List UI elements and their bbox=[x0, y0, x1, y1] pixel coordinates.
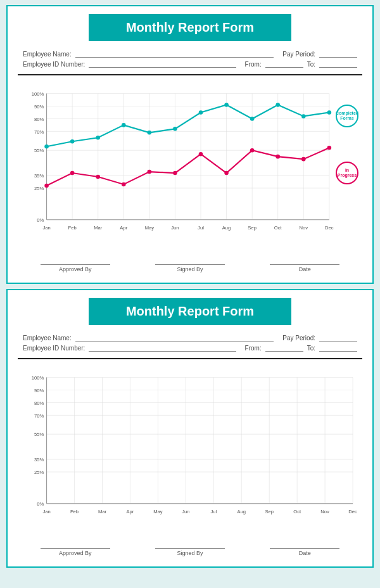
form-row-id: Employee ID Number: From: To: bbox=[23, 60, 357, 68]
svg-point-56 bbox=[96, 175, 100, 179]
section-divider bbox=[18, 358, 362, 359]
employee-name-field[interactable] bbox=[75, 50, 274, 58]
report-title: Monthly Report Form bbox=[89, 14, 291, 41]
svg-text:Aug: Aug bbox=[237, 509, 246, 514]
svg-point-64 bbox=[301, 157, 306, 162]
chart-container: 100%90%80%70%55%35%25%0% JanFebMarAprMay… bbox=[20, 364, 360, 529]
svg-text:May: May bbox=[145, 225, 155, 231]
signature-label-0: Approved By bbox=[59, 550, 92, 556]
svg-point-44 bbox=[96, 136, 100, 140]
svg-text:Oct: Oct bbox=[274, 225, 282, 231]
signature-item-0: Approved By bbox=[41, 264, 110, 272]
svg-point-50 bbox=[250, 117, 255, 121]
svg-point-61 bbox=[224, 171, 229, 176]
pay-period-label: Pay Period: bbox=[282, 335, 315, 342]
signature-row: Approved By Signed By Date bbox=[18, 264, 362, 272]
svg-point-58 bbox=[148, 170, 152, 174]
svg-text:Aug: Aug bbox=[222, 225, 231, 231]
svg-text:Nov: Nov bbox=[320, 509, 329, 514]
from-field[interactable] bbox=[265, 344, 303, 352]
signature-item-1: Signed By bbox=[155, 548, 225, 556]
signature-item-0: Approved By bbox=[41, 548, 110, 556]
svg-point-54 bbox=[44, 184, 49, 188]
svg-point-42 bbox=[44, 144, 49, 149]
signature-item-2: Date bbox=[270, 264, 339, 272]
from-field[interactable] bbox=[265, 60, 303, 68]
svg-text:Apr: Apr bbox=[120, 225, 127, 231]
signature-line-0[interactable] bbox=[41, 264, 110, 265]
svg-text:Jul: Jul bbox=[198, 225, 204, 231]
svg-point-47 bbox=[173, 127, 177, 131]
chart-area: 100%90%80%70%55%35%25%0% JanFebMarAprMay… bbox=[18, 80, 362, 258]
form-fields: Employee Name: Pay Period: Employee ID N… bbox=[18, 334, 362, 352]
svg-point-48 bbox=[199, 110, 203, 115]
svg-text:Oct: Oct bbox=[293, 509, 301, 514]
svg-point-43 bbox=[70, 139, 75, 144]
to-field[interactable] bbox=[319, 60, 357, 68]
svg-text:0%: 0% bbox=[37, 217, 44, 223]
pay-period-field[interactable] bbox=[319, 50, 357, 58]
from-label: From: bbox=[245, 61, 262, 68]
signature-label-0: Approved By bbox=[59, 266, 92, 272]
to-field[interactable] bbox=[319, 344, 357, 352]
svg-point-53 bbox=[327, 110, 332, 115]
signature-line-2[interactable] bbox=[270, 264, 339, 265]
chart-area: 100%90%80%70%55%35%25%0% JanFebMarAprMay… bbox=[18, 364, 362, 542]
svg-text:Feb: Feb bbox=[68, 225, 77, 231]
signature-line-1[interactable] bbox=[155, 548, 225, 549]
signature-label-1: Signed By bbox=[177, 266, 203, 272]
svg-text:100%: 100% bbox=[32, 375, 44, 381]
svg-point-62 bbox=[250, 148, 255, 153]
to-label: To: bbox=[307, 345, 315, 352]
svg-text:90%: 90% bbox=[34, 388, 44, 393]
svg-text:35%: 35% bbox=[34, 173, 44, 179]
signature-item-1: Signed By bbox=[155, 264, 225, 272]
form-row-id: Employee ID Number: From: To: bbox=[23, 344, 357, 352]
svg-text:0%: 0% bbox=[37, 501, 44, 507]
svg-text:Jun: Jun bbox=[171, 225, 179, 231]
svg-text:55%: 55% bbox=[34, 148, 44, 153]
svg-text:Mar: Mar bbox=[98, 509, 107, 514]
employee-name-label: Employee Name: bbox=[23, 335, 72, 342]
svg-text:55%: 55% bbox=[34, 431, 44, 437]
report-card-2: Monthly Report Form Employee Name: Pay P… bbox=[6, 289, 374, 568]
pay-period-label: Pay Period: bbox=[282, 51, 315, 58]
svg-text:Jan: Jan bbox=[42, 225, 50, 231]
employee-name-field[interactable] bbox=[75, 334, 274, 342]
svg-text:80%: 80% bbox=[34, 400, 44, 406]
form-row-name: Employee Name: Pay Period: bbox=[23, 334, 357, 342]
svg-text:Apr: Apr bbox=[126, 509, 134, 514]
section-divider bbox=[18, 74, 362, 75]
legend-inprogress: In Progress bbox=[336, 162, 358, 184]
chart-container: 100%90%80%70%55%35%25%0% JanFebMarAprMay… bbox=[20, 80, 360, 245]
svg-point-49 bbox=[224, 103, 229, 107]
svg-text:90%: 90% bbox=[34, 104, 44, 110]
from-label: From: bbox=[245, 345, 262, 352]
svg-text:Jun: Jun bbox=[182, 509, 189, 514]
form-fields: Employee Name: Pay Period: Employee ID N… bbox=[18, 50, 362, 68]
pay-period-field[interactable] bbox=[319, 334, 357, 342]
signature-row: Approved By Signed By Date bbox=[18, 548, 362, 556]
svg-text:Dec: Dec bbox=[348, 509, 357, 514]
svg-text:70%: 70% bbox=[34, 413, 44, 419]
svg-text:Nov: Nov bbox=[299, 225, 308, 231]
svg-text:35%: 35% bbox=[34, 457, 44, 463]
report-card-1: Monthly Report Form Employee Name: Pay P… bbox=[6, 5, 374, 284]
svg-text:Sep: Sep bbox=[248, 225, 256, 231]
svg-point-45 bbox=[122, 123, 126, 127]
svg-point-65 bbox=[327, 146, 332, 150]
svg-text:25%: 25% bbox=[34, 186, 44, 191]
signature-line-1[interactable] bbox=[155, 264, 225, 265]
svg-text:Jul: Jul bbox=[210, 509, 217, 514]
report-title: Monthly Report Form bbox=[89, 298, 291, 325]
svg-text:Sep: Sep bbox=[265, 509, 274, 514]
svg-point-57 bbox=[122, 182, 126, 187]
employee-name-label: Employee Name: bbox=[23, 51, 72, 58]
signature-line-0[interactable] bbox=[41, 548, 110, 549]
svg-point-51 bbox=[276, 103, 280, 107]
svg-text:80%: 80% bbox=[34, 117, 44, 122]
employee-id-field[interactable] bbox=[89, 344, 236, 352]
signature-line-2[interactable] bbox=[270, 548, 339, 549]
employee-id-field[interactable] bbox=[89, 60, 236, 68]
signature-label-2: Date bbox=[299, 266, 311, 272]
